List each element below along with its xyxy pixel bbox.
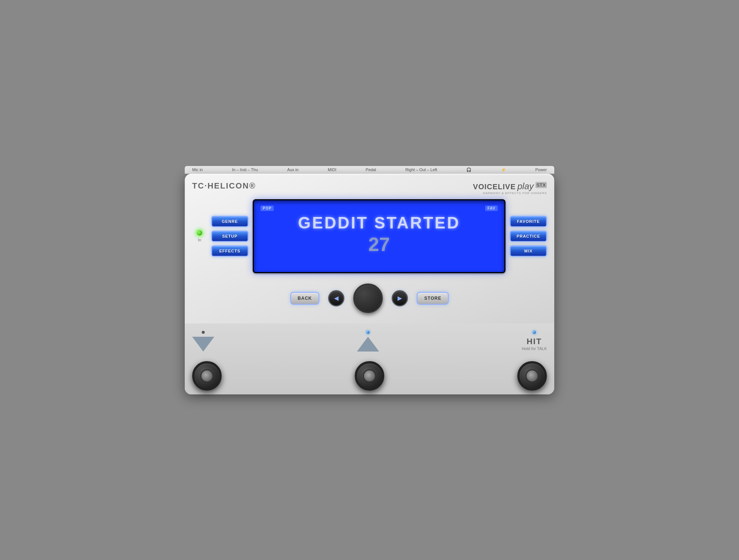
right-arrow-icon: ▶ — [398, 295, 402, 301]
aux-in-label: Aux in — [287, 167, 299, 172]
play-text: play — [517, 181, 534, 191]
usb-icon: ⚡ — [501, 167, 506, 172]
connector-mic-in: Mic in — [192, 167, 203, 172]
device-body: TC·HELICON® VOICELIVE play STX HARMONY &… — [185, 174, 554, 394]
lcd-tag-right: FAV — [485, 206, 498, 211]
rotary-knob[interactable] — [353, 284, 383, 313]
left-arrow-icon: ◀ — [334, 295, 338, 301]
footswitch-down-led — [202, 331, 205, 334]
connector-right-out-left: Right – Out – Left — [405, 167, 437, 172]
lcd-tag-left: POP — [260, 206, 274, 211]
hold-for-talk-text: Hold for TALK — [522, 346, 547, 351]
store-button[interactable]: STORE — [417, 292, 449, 305]
jack-center[interactable] — [355, 361, 384, 391]
brand-tagline: HARMONY & EFFECTS FOR SINGERS — [473, 191, 547, 195]
footswitch-hit-area: HIT Hold for TALK — [522, 331, 547, 351]
genre-button[interactable]: GENRE — [211, 216, 248, 227]
pedal-label: Pedal — [366, 167, 376, 172]
bottom-section: HIT Hold for TALK — [185, 323, 554, 394]
connector-headphone: 🎧 — [466, 167, 471, 172]
effects-button[interactable]: EFFECTS — [211, 245, 248, 257]
left-buttons: GENRE SETUP EFFECTS — [211, 216, 248, 257]
favorite-button[interactable]: FAVORITE — [510, 216, 547, 227]
brand-tc-helicon: TC·HELICON® — [192, 181, 256, 191]
led-dot — [197, 230, 202, 235]
power-label: Power — [535, 167, 547, 172]
jack-right[interactable] — [517, 361, 547, 391]
hit-label-area: HIT Hold for TALK — [522, 337, 547, 351]
brand-voicelive: VOICELIVE play STX HARMONY & EFFECTS FOR… — [473, 181, 547, 195]
voicelive-text: VOICELIVE — [473, 183, 516, 191]
connector-midi: MIDI — [328, 167, 336, 172]
footswitch-row: HIT Hold for TALK — [192, 331, 547, 352]
connector-aux-in: Aux in — [287, 167, 299, 172]
practice-button[interactable]: PRACTICE — [510, 231, 547, 242]
controls-row: BACK ◀ ▶ STORE — [192, 281, 547, 316]
lcd-screen: POP FAV GEDDIT STARTED 27 — [253, 199, 505, 273]
lcd-top-bar: POP FAV — [260, 206, 498, 211]
jack-left[interactable] — [192, 361, 222, 391]
nav-right-button[interactable]: ▶ — [392, 290, 408, 306]
hit-led — [533, 331, 536, 334]
right-out-left-label: Right – Out – Left — [405, 167, 437, 172]
connector-labels-bar: Mic in In – Inst – Thu Aux in MIDI Pedal… — [185, 166, 554, 174]
brand-area: TC·HELICON® VOICELIVE play STX HARMONY &… — [192, 181, 547, 195]
led-indicator: In — [192, 230, 207, 242]
lcd-number: 27 — [260, 233, 498, 255]
inst-thu-label: In – Inst – Thu — [232, 167, 258, 172]
hit-text: HIT — [522, 337, 547, 346]
connector-power: Power — [535, 167, 547, 172]
lcd-main-text: GEDDIT STARTED — [260, 214, 498, 232]
connector-usb: ⚡ — [501, 167, 506, 172]
footswitch-down-area — [192, 331, 214, 352]
footswitch-up-led — [367, 331, 370, 334]
footswitch-up-area — [357, 331, 379, 352]
right-buttons: FAVORITE PRACTICE MIX — [510, 216, 547, 257]
connector-inst-thu: In – Inst – Thu — [232, 167, 258, 172]
mic-in-label: Mic in — [192, 167, 203, 172]
footswitch-up-button[interactable] — [357, 337, 379, 352]
led-label: In — [198, 238, 201, 242]
jacks-row — [192, 357, 547, 391]
stx-badge: STX — [535, 182, 547, 188]
headphone-icon: 🎧 — [466, 167, 471, 172]
footswitch-down-button[interactable] — [192, 337, 214, 352]
device-wrapper: Mic in In – Inst – Thu Aux in MIDI Pedal… — [185, 166, 554, 394]
connector-pedal: Pedal — [366, 167, 376, 172]
display-row: In GENRE SETUP EFFECTS POP FAV — [192, 199, 547, 273]
setup-button[interactable]: SETUP — [211, 231, 248, 242]
mix-button[interactable]: MIX — [510, 245, 547, 257]
nav-left-button[interactable]: ◀ — [328, 290, 344, 306]
midi-label: MIDI — [328, 167, 336, 172]
back-button[interactable]: BACK — [290, 292, 320, 305]
